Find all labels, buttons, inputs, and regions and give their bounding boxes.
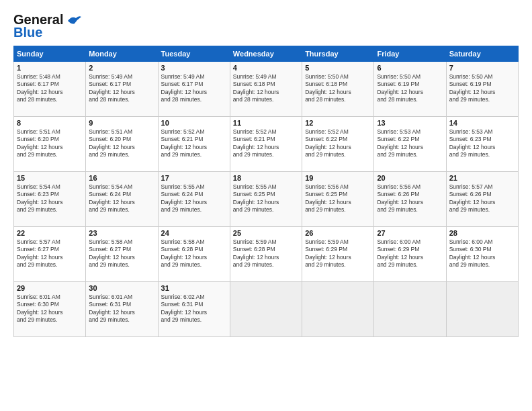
day-cell: 11Sunrise: 5:52 AM Sunset: 6:21 PM Dayli… bbox=[230, 117, 302, 172]
day-number: 8 bbox=[17, 119, 83, 127]
day-cell: 30Sunrise: 6:01 AM Sunset: 6:31 PM Dayli… bbox=[86, 282, 158, 337]
day-number: 7 bbox=[449, 64, 515, 72]
day-cell: 10Sunrise: 5:52 AM Sunset: 6:21 PM Dayli… bbox=[158, 117, 230, 172]
day-cell bbox=[446, 282, 518, 337]
logo: General Blue bbox=[13, 12, 81, 40]
header-cell-wednesday: Wednesday bbox=[230, 46, 302, 62]
day-cell: 12Sunrise: 5:52 AM Sunset: 6:22 PM Dayli… bbox=[302, 117, 374, 172]
day-cell: 2Sunrise: 5:49 AM Sunset: 6:17 PM Daylig… bbox=[86, 62, 158, 117]
week-row-2: 8Sunrise: 5:51 AM Sunset: 6:20 PM Daylig… bbox=[14, 117, 519, 172]
day-number: 11 bbox=[233, 119, 299, 127]
day-number: 17 bbox=[161, 174, 227, 182]
day-number: 22 bbox=[17, 229, 83, 237]
day-cell: 20Sunrise: 5:56 AM Sunset: 6:26 PM Dayli… bbox=[374, 172, 446, 227]
day-detail: Sunrise: 5:51 AM Sunset: 6:20 PM Dayligh… bbox=[17, 128, 83, 159]
day-detail: Sunrise: 6:00 AM Sunset: 6:30 PM Dayligh… bbox=[449, 238, 515, 269]
day-cell: 28Sunrise: 6:00 AM Sunset: 6:30 PM Dayli… bbox=[446, 227, 518, 282]
day-detail: Sunrise: 6:01 AM Sunset: 6:30 PM Dayligh… bbox=[17, 293, 83, 324]
day-detail: Sunrise: 5:58 AM Sunset: 6:27 PM Dayligh… bbox=[89, 238, 154, 269]
header-cell-thursday: Thursday bbox=[302, 46, 374, 62]
day-number: 25 bbox=[233, 229, 299, 237]
day-number: 30 bbox=[89, 284, 154, 292]
header-cell-sunday: Sunday bbox=[14, 46, 86, 62]
day-detail: Sunrise: 5:57 AM Sunset: 6:27 PM Dayligh… bbox=[17, 238, 83, 269]
day-number: 31 bbox=[161, 284, 227, 292]
day-number: 28 bbox=[449, 229, 515, 237]
day-cell: 26Sunrise: 5:59 AM Sunset: 6:29 PM Dayli… bbox=[302, 227, 374, 282]
day-cell: 17Sunrise: 5:55 AM Sunset: 6:24 PM Dayli… bbox=[158, 172, 230, 227]
day-cell: 9Sunrise: 5:51 AM Sunset: 6:20 PM Daylig… bbox=[86, 117, 158, 172]
day-number: 13 bbox=[377, 119, 443, 127]
day-number: 4 bbox=[233, 64, 299, 72]
day-cell: 4Sunrise: 5:49 AM Sunset: 6:18 PM Daylig… bbox=[230, 62, 302, 117]
day-detail: Sunrise: 5:50 AM Sunset: 6:19 PM Dayligh… bbox=[449, 73, 515, 104]
header-cell-tuesday: Tuesday bbox=[158, 46, 230, 62]
day-cell: 1Sunrise: 5:48 AM Sunset: 6:17 PM Daylig… bbox=[14, 62, 86, 117]
day-number: 29 bbox=[17, 284, 83, 292]
day-detail: Sunrise: 5:49 AM Sunset: 6:18 PM Dayligh… bbox=[233, 73, 299, 104]
week-row-1: 1Sunrise: 5:48 AM Sunset: 6:17 PM Daylig… bbox=[14, 62, 519, 117]
day-number: 16 bbox=[89, 174, 154, 182]
day-cell: 19Sunrise: 5:56 AM Sunset: 6:25 PM Dayli… bbox=[302, 172, 374, 227]
header: General Blue bbox=[13, 12, 519, 40]
day-cell: 21Sunrise: 5:57 AM Sunset: 6:26 PM Dayli… bbox=[446, 172, 518, 227]
day-cell: 27Sunrise: 6:00 AM Sunset: 6:29 PM Dayli… bbox=[374, 227, 446, 282]
header-cell-monday: Monday bbox=[86, 46, 158, 62]
day-number: 5 bbox=[305, 64, 371, 72]
week-row-5: 29Sunrise: 6:01 AM Sunset: 6:30 PM Dayli… bbox=[14, 282, 519, 337]
day-detail: Sunrise: 5:57 AM Sunset: 6:26 PM Dayligh… bbox=[449, 183, 515, 214]
day-number: 27 bbox=[377, 229, 443, 237]
day-detail: Sunrise: 5:51 AM Sunset: 6:20 PM Dayligh… bbox=[89, 128, 154, 159]
calendar-table: SundayMondayTuesdayWednesdayThursdayFrid… bbox=[13, 46, 519, 337]
day-number: 21 bbox=[449, 174, 515, 182]
calendar-body: 1Sunrise: 5:48 AM Sunset: 6:17 PM Daylig… bbox=[14, 62, 519, 337]
day-number: 15 bbox=[17, 174, 83, 182]
day-cell: 6Sunrise: 5:50 AM Sunset: 6:19 PM Daylig… bbox=[374, 62, 446, 117]
day-number: 6 bbox=[377, 64, 443, 72]
day-cell bbox=[230, 282, 302, 337]
day-cell: 25Sunrise: 5:59 AM Sunset: 6:28 PM Dayli… bbox=[230, 227, 302, 282]
day-detail: Sunrise: 5:55 AM Sunset: 6:24 PM Dayligh… bbox=[161, 183, 227, 214]
day-number: 9 bbox=[89, 119, 154, 127]
day-number: 14 bbox=[449, 119, 515, 127]
day-detail: Sunrise: 5:53 AM Sunset: 6:23 PM Dayligh… bbox=[449, 128, 515, 159]
day-cell: 5Sunrise: 5:50 AM Sunset: 6:18 PM Daylig… bbox=[302, 62, 374, 117]
day-cell: 3Sunrise: 5:49 AM Sunset: 6:17 PM Daylig… bbox=[158, 62, 230, 117]
day-cell: 14Sunrise: 5:53 AM Sunset: 6:23 PM Dayli… bbox=[446, 117, 518, 172]
day-cell: 18Sunrise: 5:55 AM Sunset: 6:25 PM Dayli… bbox=[230, 172, 302, 227]
day-cell: 13Sunrise: 5:53 AM Sunset: 6:22 PM Dayli… bbox=[374, 117, 446, 172]
day-number: 19 bbox=[305, 174, 371, 182]
day-number: 24 bbox=[161, 229, 227, 237]
day-detail: Sunrise: 5:59 AM Sunset: 6:28 PM Dayligh… bbox=[233, 238, 299, 269]
day-detail: Sunrise: 5:56 AM Sunset: 6:25 PM Dayligh… bbox=[305, 183, 371, 214]
day-detail: Sunrise: 5:53 AM Sunset: 6:22 PM Dayligh… bbox=[377, 128, 443, 159]
day-detail: Sunrise: 5:59 AM Sunset: 6:29 PM Dayligh… bbox=[305, 238, 371, 269]
logo-bird-icon bbox=[66, 14, 81, 26]
day-detail: Sunrise: 6:01 AM Sunset: 6:31 PM Dayligh… bbox=[89, 293, 154, 324]
week-row-4: 22Sunrise: 5:57 AM Sunset: 6:27 PM Dayli… bbox=[14, 227, 519, 282]
day-cell: 7Sunrise: 5:50 AM Sunset: 6:19 PM Daylig… bbox=[446, 62, 518, 117]
day-detail: Sunrise: 5:56 AM Sunset: 6:26 PM Dayligh… bbox=[377, 183, 443, 214]
page: General Blue SundayMondayTuesdayWednesda… bbox=[0, 0, 532, 411]
day-cell bbox=[374, 282, 446, 337]
week-row-3: 15Sunrise: 5:54 AM Sunset: 6:23 PM Dayli… bbox=[14, 172, 519, 227]
day-detail: Sunrise: 6:02 AM Sunset: 6:31 PM Dayligh… bbox=[161, 293, 227, 324]
calendar-header: SundayMondayTuesdayWednesdayThursdayFrid… bbox=[14, 46, 519, 62]
day-cell: 31Sunrise: 6:02 AM Sunset: 6:31 PM Dayli… bbox=[158, 282, 230, 337]
day-cell: 29Sunrise: 6:01 AM Sunset: 6:30 PM Dayli… bbox=[14, 282, 86, 337]
day-cell: 15Sunrise: 5:54 AM Sunset: 6:23 PM Dayli… bbox=[14, 172, 86, 227]
day-detail: Sunrise: 5:54 AM Sunset: 6:24 PM Dayligh… bbox=[89, 183, 154, 214]
day-detail: Sunrise: 5:58 AM Sunset: 6:28 PM Dayligh… bbox=[161, 238, 227, 269]
day-cell: 22Sunrise: 5:57 AM Sunset: 6:27 PM Dayli… bbox=[14, 227, 86, 282]
logo-blue: Blue bbox=[13, 25, 42, 40]
day-detail: Sunrise: 5:48 AM Sunset: 6:17 PM Dayligh… bbox=[17, 73, 83, 104]
day-number: 26 bbox=[305, 229, 371, 237]
header-cell-saturday: Saturday bbox=[446, 46, 518, 62]
day-detail: Sunrise: 5:55 AM Sunset: 6:25 PM Dayligh… bbox=[233, 183, 299, 214]
day-detail: Sunrise: 5:52 AM Sunset: 6:21 PM Dayligh… bbox=[161, 128, 227, 159]
day-detail: Sunrise: 5:50 AM Sunset: 6:18 PM Dayligh… bbox=[305, 73, 371, 104]
day-cell: 8Sunrise: 5:51 AM Sunset: 6:20 PM Daylig… bbox=[14, 117, 86, 172]
header-cell-friday: Friday bbox=[374, 46, 446, 62]
day-number: 20 bbox=[377, 174, 443, 182]
day-cell: 16Sunrise: 5:54 AM Sunset: 6:24 PM Dayli… bbox=[86, 172, 158, 227]
